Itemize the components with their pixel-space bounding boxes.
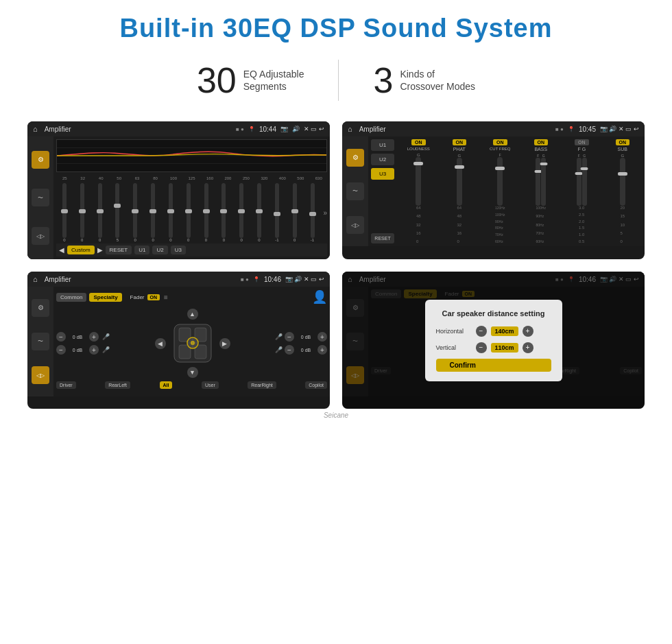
left-bot-db: 0 dB [68,348,87,353]
eq-reset-btn[interactable]: RESET [106,246,132,254]
bass-g-col: G [541,154,546,206]
mic-icon-1: 🎤 [102,333,110,340]
fader-on-indicator[interactable]: ON [147,294,160,300]
eq-settings-btn[interactable]: ⚙ [32,151,49,169]
fg-f-slider[interactable] [577,158,581,206]
phat-slider[interactable] [457,158,462,206]
right-bot-plus[interactable]: + [317,345,327,355]
fader-wave-btn[interactable]: 〜 [32,333,49,350]
right-top-plus[interactable]: + [317,332,327,342]
copilot-btn[interactable]: Copilot [305,381,327,389]
dsp-wave-btn[interactable]: 〜 [346,182,364,200]
channel-phat: ON PHAT G 644832160 [440,139,479,243]
arrow-left-btn[interactable]: ◀ [155,338,166,349]
arrow-right-btn[interactable]: ▶ [219,338,230,349]
fg-g-slider[interactable] [582,158,587,206]
slider-2[interactable]: 0 [92,183,108,242]
phat-on-btn[interactable]: ON [453,139,467,145]
slider-5[interactable]: 0 [145,183,161,242]
cutfreq-slider[interactable] [497,157,503,206]
stat-eq-label: EQ AdjustableSegments [243,68,304,93]
dialog-title: Car speaker distance setting [436,309,551,318]
bass-label: BASS [534,147,547,152]
driver-btn[interactable]: Driver [56,381,76,389]
arrow-up-btn[interactable]: ▲ [187,309,198,320]
common-tab[interactable]: Common [56,293,86,302]
rearright-btn[interactable]: RearRight [248,381,276,389]
loudness-on-btn[interactable]: ON [411,139,426,145]
dsp-reset-btn[interactable]: RESET [371,233,394,243]
freq-400: 400 [274,176,291,180]
slider-8[interactable]: 0 [198,183,215,242]
play-icon[interactable]: ▶ [97,246,103,254]
left-bot-minus[interactable]: − [56,345,66,355]
confirm-button[interactable]: Confirm [436,359,551,372]
bass-on-btn[interactable]: ON [534,139,549,145]
channel-sub: ON SUB G 20151050 [603,139,643,243]
horizontal-plus-btn[interactable]: + [523,326,533,337]
slider-3[interactable]: 5 [109,183,125,242]
horizontal-minus-btn[interactable]: − [476,326,487,337]
dsp-u2-btn[interactable]: U2 [371,154,394,165]
left-top-minus[interactable]: − [56,332,66,342]
slider-13[interactable]: 0 [287,183,303,242]
dsp-settings-btn[interactable]: ⚙ [346,149,364,167]
left-bot-plus[interactable]: + [89,345,99,355]
loudness-slider-g: G [416,153,421,206]
vertical-plus-btn[interactable]: + [523,342,533,353]
slider-14[interactable]: -1 [304,183,321,242]
watermark: Seicane [27,412,645,419]
eq-custom-btn[interactable]: Custom [67,246,95,254]
eq-u3-btn[interactable]: U3 [171,246,186,254]
freq-500: 500 [292,176,309,180]
home-icon-2[interactable]: ⌂ [348,125,352,133]
fader-settings-btn[interactable]: ⚙ [32,299,49,317]
user-btn[interactable]: User [202,381,219,389]
fader-speaker-btn[interactable]: ◁▷ [32,366,49,384]
home-icon-3[interactable]: ⌂ [33,275,38,283]
eq-main: 25 32 40 50 63 80 100 125 160 200 250 32… [53,136,330,259]
bass-g-slider[interactable] [541,158,546,206]
screen3-nav: 📷 🔊 ✕ ▭ ↩ [285,276,324,283]
sub-on-btn[interactable]: ON [616,139,630,145]
arrow-down-btn[interactable]: ▼ [187,367,198,378]
rearleft-btn[interactable]: RearLeft [105,381,130,389]
eq-speaker-btn[interactable]: ◁▷ [32,227,49,245]
cutfreq-sliders: F [497,153,503,206]
cutfreq-on-btn[interactable]: ON [493,139,507,145]
fader-main-content: Common Specialty Fader ON ≡ 👤 − 0 [53,287,330,396]
dsp-speaker-btn[interactable]: ◁▷ [346,216,364,234]
right-bot-minus[interactable]: − [285,345,294,355]
screen1-body: ⚙ 〜 ◁▷ [27,136,330,259]
slider-10[interactable]: 0 [233,183,250,242]
eq-u1-btn[interactable]: U1 [134,246,149,254]
horizontal-value: 140cm [491,326,518,336]
freq-63: 63 [129,176,145,180]
play-prev-icon[interactable]: ◀ [59,246,64,254]
fg-g-col: G [582,154,587,206]
slider-4[interactable]: 0 [127,183,143,242]
dsp-u1-btn[interactable]: U1 [371,139,394,151]
slider-6[interactable]: 0 [163,183,179,242]
stats-row: 30 EQ AdjustableSegments 3 Kinds ofCross… [27,60,645,101]
eq-wave-btn[interactable]: 〜 [32,189,49,206]
slider-9[interactable]: 0 [215,183,232,242]
right-top-minus[interactable]: − [285,332,294,342]
fg-sliders: F G [577,154,587,206]
left-top-plus[interactable]: + [89,332,99,342]
slider-7[interactable]: 0 [180,183,197,242]
vertical-minus-btn[interactable]: − [476,342,487,353]
stat-crossover: 3 Kinds ofCrossover Modes [339,62,509,98]
dsp-u3-btn[interactable]: U3 [371,168,394,180]
all-btn[interactable]: All [160,381,173,389]
screen1-time: 10:44 [259,126,276,133]
slider-0[interactable]: 0 [56,183,73,242]
slider-1[interactable]: 0 [74,183,91,242]
slider-12[interactable]: -1 [269,183,285,242]
home-icon[interactable]: ⌂ [33,125,38,133]
fg-on-btn[interactable]: ON [575,139,589,145]
sub-slider[interactable] [620,158,625,206]
specialty-tab[interactable]: Specialty [89,293,121,302]
eq-u2-btn[interactable]: U2 [152,246,167,254]
slider-11[interactable]: 0 [251,183,267,242]
